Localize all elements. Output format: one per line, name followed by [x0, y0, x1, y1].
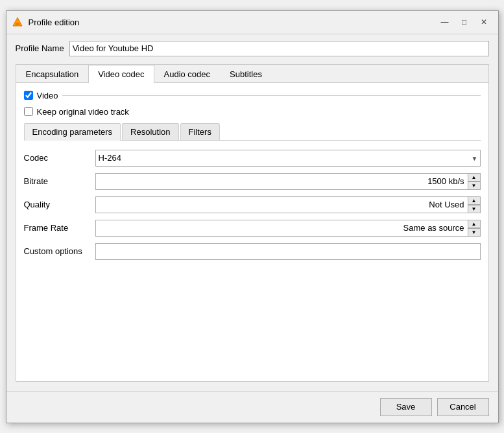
quality-spinbox-wrap: ▲ ▼ — [95, 196, 481, 213]
framerate-up-button[interactable]: ▲ — [468, 220, 481, 228]
titlebar-left: Profile edition — [12, 16, 80, 28]
tab-audio-codec[interactable]: Audio codec — [154, 65, 221, 83]
inner-tabs-container: Encoding parameters Resolution Filters C… — [24, 123, 481, 260]
titlebar-controls: — □ ✕ — [436, 14, 493, 30]
cancel-button[interactable]: Cancel — [437, 398, 489, 416]
codec-row: Codec H-264 H-265 MPEG-4 VP8 VP9 ▼ — [24, 150, 481, 167]
quality-input[interactable] — [95, 196, 481, 213]
bitrate-label: Bitrate — [24, 176, 95, 186]
bitrate-up-button[interactable]: ▲ — [468, 173, 481, 181]
quality-spinbox-buttons: ▲ ▼ — [468, 196, 481, 213]
framerate-label: Frame Rate — [24, 223, 95, 233]
framerate-spinbox-wrap: ▲ ▼ — [95, 220, 481, 237]
encoding-params-content: Codec H-264 H-265 MPEG-4 VP8 VP9 ▼ — [24, 150, 481, 260]
quality-label: Quality — [24, 200, 95, 209]
bitrate-spinbox-wrap: ▲ ▼ — [95, 173, 481, 190]
profile-edition-window: Profile edition — □ ✕ Profile Name Encap… — [6, 10, 499, 423]
video-section-header: Video — [24, 91, 481, 100]
inner-tab-encoding[interactable]: Encoding parameters — [24, 123, 121, 141]
framerate-row: Frame Rate ▲ ▼ — [24, 220, 481, 237]
titlebar-title: Profile edition — [29, 18, 80, 27]
tab-content-video-codec: Video Keep original video track Encoding… — [16, 83, 488, 381]
tab-encapsulation[interactable]: Encapsulation — [16, 65, 89, 83]
profile-name-input[interactable] — [69, 41, 489, 56]
footer: Save Cancel — [6, 391, 498, 423]
inner-tabs-header: Encoding parameters Resolution Filters — [24, 123, 481, 141]
custom-options-label: Custom options — [24, 246, 95, 256]
tab-video-codec[interactable]: Video codec — [88, 65, 154, 83]
keep-original-label[interactable]: Keep original video track — [24, 107, 481, 117]
close-button[interactable]: ✕ — [475, 14, 493, 30]
main-content: Profile Name Encapsulation Video codec A… — [6, 34, 498, 391]
framerate-down-button[interactable]: ▼ — [468, 228, 481, 237]
titlebar: Profile edition — □ ✕ — [6, 11, 498, 34]
svg-marker-0 — [13, 18, 22, 26]
framerate-spinbox-buttons: ▲ ▼ — [468, 220, 481, 237]
inner-tab-resolution[interactable]: Resolution — [122, 123, 178, 141]
codec-select-wrap: H-264 H-265 MPEG-4 VP8 VP9 ▼ — [95, 150, 481, 167]
save-button[interactable]: Save — [380, 398, 432, 416]
codec-label: Codec — [24, 153, 95, 163]
svg-rect-1 — [16, 23, 19, 25]
bitrate-row: Bitrate ▲ ▼ — [24, 173, 481, 190]
tab-subtitles[interactable]: Subtitles — [220, 65, 272, 83]
minimize-button[interactable]: — — [436, 14, 454, 30]
maximize-button[interactable]: □ — [455, 14, 474, 30]
custom-options-input[interactable] — [95, 243, 481, 260]
bitrate-spinbox-buttons: ▲ ▼ — [468, 173, 481, 190]
codec-select[interactable]: H-264 H-265 MPEG-4 VP8 VP9 — [95, 150, 481, 167]
profile-name-label: Profile Name — [16, 43, 64, 53]
video-checkbox-label[interactable]: Video — [24, 91, 58, 100]
keep-original-checkbox[interactable] — [24, 107, 33, 116]
video-section-line — [62, 95, 481, 96]
quality-row: Quality ▲ ▼ — [24, 196, 481, 213]
quality-up-button[interactable]: ▲ — [468, 196, 481, 205]
video-checkbox[interactable] — [24, 91, 33, 100]
outer-tabs-container: Encapsulation Video codec Audio codec Su… — [16, 64, 489, 382]
bitrate-down-button[interactable]: ▼ — [468, 181, 481, 190]
vlc-icon — [12, 16, 23, 28]
quality-down-button[interactable]: ▼ — [468, 205, 481, 213]
bitrate-input[interactable] — [95, 173, 481, 190]
framerate-input[interactable] — [95, 220, 481, 237]
profile-name-row: Profile Name — [16, 41, 489, 56]
custom-options-row: Custom options — [24, 243, 481, 260]
custom-options-wrap — [95, 243, 481, 260]
inner-tab-filters[interactable]: Filters — [180, 123, 220, 141]
outer-tabs-header: Encapsulation Video codec Audio codec Su… — [16, 65, 488, 83]
